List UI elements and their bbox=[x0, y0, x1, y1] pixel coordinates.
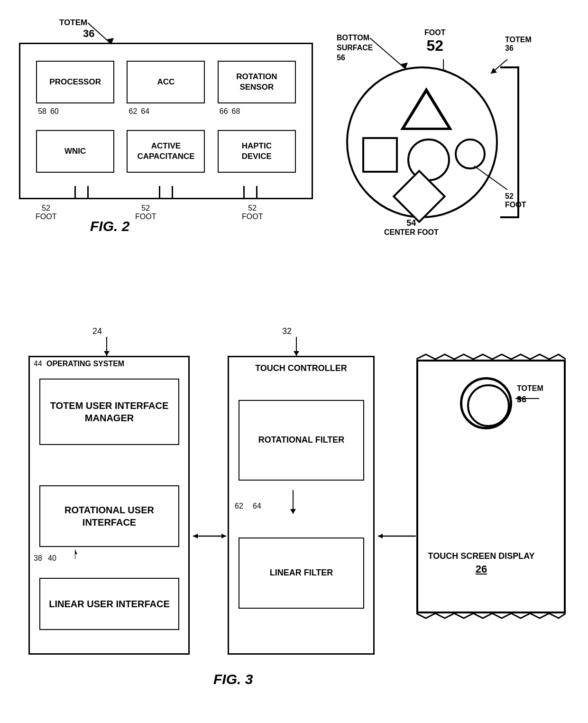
totem-arrow bbox=[76, 18, 119, 46]
square-shape bbox=[362, 137, 398, 173]
foot-label-1: 52FOOT bbox=[36, 204, 56, 221]
num-62: 62 bbox=[235, 502, 243, 510]
touch-controller-label: TOUCH CONTROLLER bbox=[249, 363, 353, 374]
os-label: OPERATING SYSTEM bbox=[46, 360, 124, 368]
num-64: 64 bbox=[253, 502, 261, 510]
fig3-label: FIG. 3 bbox=[213, 671, 253, 687]
svg-marker-19 bbox=[290, 509, 296, 514]
svg-marker-10 bbox=[104, 351, 110, 356]
center-foot-label: 54CENTER FOOT bbox=[384, 218, 439, 237]
svg-marker-12 bbox=[75, 549, 77, 554]
foot-stub-1 bbox=[74, 186, 89, 199]
screen-to-ctrl-arrow bbox=[376, 531, 418, 541]
totem-label-arrow bbox=[513, 394, 542, 403]
triangle-shape bbox=[400, 87, 452, 130]
svg-marker-14 bbox=[193, 534, 198, 538]
rotation-nums: 66 68 bbox=[218, 107, 296, 116]
os-num-44: 44 bbox=[34, 360, 42, 368]
processor-nums: 58 60 bbox=[36, 107, 114, 116]
acc-box: ACC bbox=[127, 61, 205, 103]
processor-box: PROCESSOR bbox=[36, 61, 114, 103]
rotation-sensor-box: ROTATIONSENSOR bbox=[218, 61, 296, 103]
label-24: 24 bbox=[92, 326, 102, 336]
num-40: 40 bbox=[48, 554, 56, 563]
rotational-filter-box: ROTATIONAL FILTER bbox=[239, 400, 364, 481]
num-38: 38 bbox=[34, 554, 42, 563]
svg-line-8 bbox=[474, 166, 507, 190]
fig2-section: TOTEM 36 PROCESSOR ACC ROTATIONSENSOR 58… bbox=[9, 14, 579, 289]
totem-36-right-label: TOTEM36 bbox=[505, 36, 532, 53]
bidirectional-arrow bbox=[191, 531, 229, 541]
totem-box: PROCESSOR ACC ROTATIONSENSOR 58 60 62 64… bbox=[19, 43, 313, 199]
totem-circle-outer bbox=[460, 377, 512, 429]
label-32: 32 bbox=[282, 326, 292, 336]
svg-marker-21 bbox=[378, 534, 383, 538]
circle-diagram: BOTTOMSURFACE56 FOOT52 TOTEM36 bbox=[332, 28, 560, 266]
totem-ui-box: TOTEM USER INTERFACE MANAGER bbox=[39, 379, 179, 445]
feet-row bbox=[20, 185, 312, 198]
linear-filter-box: LINEAR FILTER bbox=[239, 538, 364, 609]
os-box: 44 OPERATING SYSTEM TOTEM USER INTERFACE… bbox=[28, 356, 190, 655]
acc-nums: 62 64 bbox=[127, 107, 205, 116]
svg-marker-23 bbox=[515, 396, 520, 401]
linear-ui-box: LINEAR USER INTERFACE bbox=[39, 578, 179, 630]
foot-stub-2 bbox=[159, 186, 173, 199]
svg-marker-17 bbox=[294, 351, 299, 356]
foot-stub-3 bbox=[243, 186, 257, 199]
svg-line-2 bbox=[370, 38, 405, 69]
active-cap-box: ACTIVECAPACITANCE bbox=[127, 130, 205, 173]
foot-lower-label: 52FOOT bbox=[505, 192, 526, 209]
arrow-38-40 bbox=[75, 547, 89, 561]
svg-marker-15 bbox=[221, 534, 226, 538]
haptic-box: HAPTICDEVICE bbox=[218, 130, 296, 173]
touch-ctrl-box: TOUCH CONTROLLER ROTATIONAL FILTER 62 64… bbox=[228, 356, 375, 655]
foot-label-3: 52FOOT bbox=[242, 204, 263, 221]
screen-num: 26 bbox=[476, 563, 487, 575]
arrow-62-64 bbox=[286, 490, 300, 519]
fig2-label: FIG. 2 bbox=[90, 218, 129, 234]
zigzag-bottom bbox=[416, 611, 566, 621]
foot-label-2: 52FOOT bbox=[135, 204, 156, 221]
foot-52-top-label: FOOT52 bbox=[424, 28, 445, 55]
fig3-section: 24 44 OPERATING SYSTEM TOTEM USER INTERF… bbox=[9, 313, 579, 716]
totem-circle-inner bbox=[467, 384, 510, 427]
touch-screen-display-label: TOUCH SCREEN DISPLAY 26 bbox=[422, 550, 541, 577]
svg-line-0 bbox=[88, 23, 111, 44]
wnic-box: WNIC bbox=[36, 130, 114, 173]
rotational-ui-box: ROTATIONAL USER INTERFACE bbox=[39, 485, 179, 547]
